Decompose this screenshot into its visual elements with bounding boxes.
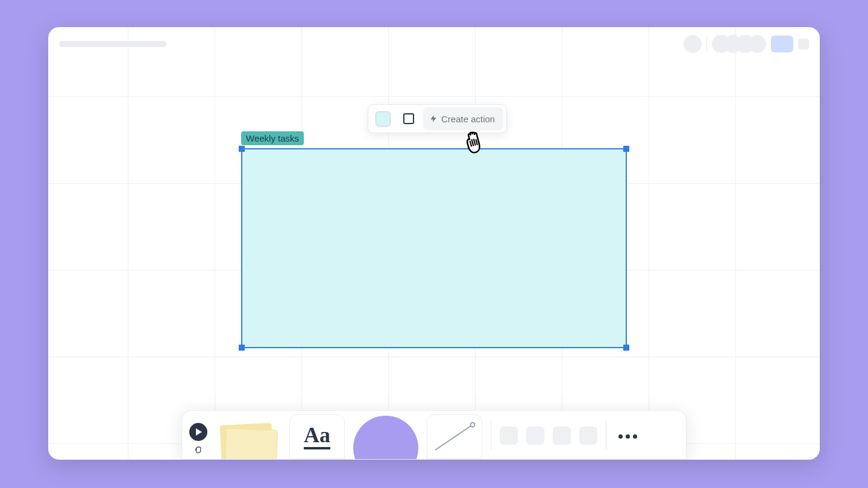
tool-placeholder[interactable] xyxy=(500,427,518,445)
top-bar xyxy=(48,27,820,60)
toolbar-divider xyxy=(606,419,606,449)
bottom-toolbar: Aa xyxy=(181,410,687,460)
tool-placeholder[interactable] xyxy=(526,427,544,445)
shape-label[interactable]: Weekly tasks xyxy=(241,131,304,145)
text-tool-label: Aa xyxy=(304,424,330,449)
shape-tool[interactable] xyxy=(353,414,418,459)
more-tools-button[interactable] xyxy=(618,434,637,459)
avatar[interactable] xyxy=(748,35,766,53)
app-window: Weekly tasks Create action xyxy=(48,27,820,460)
pointer-icon xyxy=(196,428,202,436)
toolbar-divider xyxy=(491,419,491,449)
top-bar-right xyxy=(684,35,809,53)
avatar-stack[interactable] xyxy=(712,35,766,53)
resize-handle-br[interactable] xyxy=(623,345,629,351)
resize-handle-tl[interactable] xyxy=(239,146,245,152)
dot-icon xyxy=(626,434,630,439)
text-tool[interactable]: Aa xyxy=(289,414,345,459)
bolt-icon xyxy=(429,113,438,124)
dot-icon xyxy=(633,434,637,439)
hand-tool-icon[interactable] xyxy=(193,445,204,455)
separator xyxy=(706,36,707,52)
circle-shape-icon xyxy=(353,416,418,459)
selected-rectangle[interactable] xyxy=(241,148,627,348)
menu-button[interactable] xyxy=(798,39,809,49)
resize-handle-bl[interactable] xyxy=(239,345,245,351)
cursor-hand-icon xyxy=(458,127,490,160)
line-icon xyxy=(430,419,479,455)
resize-handle-tr[interactable] xyxy=(623,146,629,152)
share-button[interactable] xyxy=(771,36,793,52)
pointer-tool-group xyxy=(189,423,207,459)
tool-placeholder[interactable] xyxy=(553,427,571,445)
svg-point-5 xyxy=(471,423,475,427)
sticky-icon xyxy=(225,428,278,459)
line-tool[interactable] xyxy=(427,414,482,459)
pointer-tool[interactable] xyxy=(189,423,207,441)
title-placeholder xyxy=(59,41,166,47)
fill-color-button[interactable] xyxy=(371,107,394,130)
create-action-label: Create action xyxy=(441,114,495,124)
presence-avatar[interactable] xyxy=(684,35,702,53)
border-style-button[interactable] xyxy=(397,107,420,130)
tool-placeholder-group xyxy=(500,427,597,459)
border-swatch-icon xyxy=(403,113,414,124)
dot-icon xyxy=(618,434,623,439)
tool-placeholder[interactable] xyxy=(579,427,597,445)
svg-line-4 xyxy=(435,425,473,450)
fill-color-swatch xyxy=(376,111,391,127)
sticky-note-tool[interactable] xyxy=(216,414,281,459)
